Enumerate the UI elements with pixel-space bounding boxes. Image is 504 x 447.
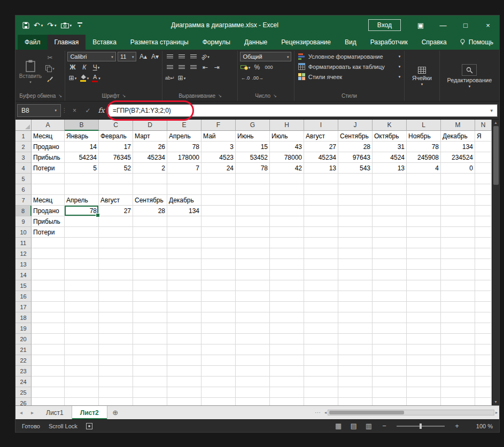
cell-G1[interactable]: Июнь: [236, 131, 270, 142]
align-middle-button[interactable]: [176, 52, 187, 61]
cell-L13[interactable]: [407, 259, 441, 270]
cell-D7[interactable]: Сентябрь: [133, 195, 167, 206]
alignment-dialog-launcher[interactable]: ↘: [218, 93, 222, 98]
cell-I23[interactable]: [304, 366, 338, 377]
cut-button[interactable]: ✂: [45, 53, 55, 62]
cell-H11[interactable]: [270, 238, 304, 248]
tab-view[interactable]: Вид: [338, 35, 363, 50]
cell-J18[interactable]: [338, 312, 373, 323]
column-header-A[interactable]: A: [32, 120, 65, 131]
cell-H22[interactable]: [270, 355, 304, 366]
cell-J26[interactable]: [338, 398, 373, 405]
cell-L21[interactable]: [407, 344, 441, 355]
cell-C15[interactable]: [99, 280, 133, 291]
cell-J6[interactable]: [338, 184, 373, 195]
row-header-13[interactable]: 13: [15, 259, 32, 270]
cell-F14[interactable]: [201, 270, 236, 280]
horizontal-scroll-thumb[interactable]: [329, 411, 404, 414]
cells-button[interactable]: Ячейки ▾: [407, 51, 437, 101]
cell-B26[interactable]: [65, 398, 99, 405]
cell-A9[interactable]: Прибыль: [32, 216, 65, 227]
maximize-button[interactable]: □: [454, 15, 477, 35]
cell-B10[interactable]: [65, 227, 99, 238]
cell-J11[interactable]: [338, 238, 373, 248]
cell-M24[interactable]: [441, 377, 475, 387]
cell-A11[interactable]: [32, 238, 65, 248]
cell-L23[interactable]: [407, 366, 441, 377]
cell-A4[interactable]: Потери: [32, 163, 65, 174]
cell-J25[interactable]: [338, 387, 373, 398]
cell-I24[interactable]: [304, 377, 338, 387]
cell-M23[interactable]: [441, 366, 475, 377]
cell-G10[interactable]: [236, 227, 270, 238]
cell-M13[interactable]: [441, 259, 475, 270]
cell-H10[interactable]: [270, 227, 304, 238]
cell-L22[interactable]: [407, 355, 441, 366]
cell-G9[interactable]: [236, 216, 270, 227]
cell-B14[interactable]: [65, 270, 99, 280]
column-header-M[interactable]: M: [441, 120, 475, 131]
row-header-21[interactable]: 21: [15, 344, 32, 355]
cell-K16[interactable]: [373, 291, 407, 302]
cell-E7[interactable]: Декабрь: [167, 195, 201, 206]
cell-C25[interactable]: [99, 387, 133, 398]
cell-E13[interactable]: [167, 259, 201, 270]
cell-F18[interactable]: [201, 312, 236, 323]
cell-G26[interactable]: [236, 398, 270, 405]
cell-I4[interactable]: 13: [304, 163, 338, 174]
cell-B23[interactable]: [65, 366, 99, 377]
italic-button[interactable]: К: [79, 62, 89, 72]
cell-A16[interactable]: [32, 291, 65, 302]
cell-G19[interactable]: [236, 323, 270, 334]
cell-N20[interactable]: [475, 334, 492, 344]
cell-D24[interactable]: [133, 377, 167, 387]
view-page-break-button[interactable]: ▥: [366, 422, 372, 430]
cell-N3[interactable]: [475, 152, 492, 163]
cell-M2[interactable]: 134: [441, 142, 475, 152]
cell-E18[interactable]: [167, 312, 201, 323]
cell-I12[interactable]: [304, 248, 338, 259]
cell-G4[interactable]: 78: [236, 163, 270, 174]
cell-N18[interactable]: [475, 312, 492, 323]
cell-F23[interactable]: [201, 366, 236, 377]
cell-E15[interactable]: [167, 280, 201, 291]
cell-K20[interactable]: [373, 334, 407, 344]
cell-M11[interactable]: [441, 238, 475, 248]
cell-M12[interactable]: [441, 248, 475, 259]
cell-N16[interactable]: [475, 291, 492, 302]
font-name-select[interactable]: Calibri▾: [67, 52, 115, 61]
cell-K9[interactable]: [373, 216, 407, 227]
cell-H17[interactable]: [270, 302, 304, 312]
cell-N17[interactable]: [475, 302, 492, 312]
share-button[interactable]: Поделиться: [499, 35, 504, 50]
zoom-in-button[interactable]: +: [453, 422, 461, 430]
cancel-button[interactable]: ×: [68, 104, 81, 117]
cell-B4[interactable]: 5: [65, 163, 99, 174]
cell-H23[interactable]: [270, 366, 304, 377]
insert-function-button[interactable]: fx: [95, 104, 108, 117]
cell-E10[interactable]: [167, 227, 201, 238]
cell-E12[interactable]: [167, 248, 201, 259]
cell-E8[interactable]: 134: [167, 206, 201, 216]
cell-E26[interactable]: [167, 398, 201, 405]
cell-J21[interactable]: [338, 344, 373, 355]
cell-E22[interactable]: [167, 355, 201, 366]
cell-C24[interactable]: [99, 377, 133, 387]
cell-J12[interactable]: [338, 248, 373, 259]
name-box[interactable]: B8▾: [17, 104, 61, 117]
cell-G14[interactable]: [236, 270, 270, 280]
column-header-D[interactable]: D: [133, 120, 167, 131]
zoom-out-button[interactable]: −: [381, 422, 388, 430]
cell-D25[interactable]: [133, 387, 167, 398]
cell-G5[interactable]: [236, 174, 270, 184]
row-header-12[interactable]: 12: [15, 248, 32, 259]
cell-F15[interactable]: [201, 280, 236, 291]
cell-G21[interactable]: [236, 344, 270, 355]
cell-E9[interactable]: [167, 216, 201, 227]
orientation-button[interactable]: ab▾: [200, 52, 210, 61]
cell-K13[interactable]: [373, 259, 407, 270]
cell-G23[interactable]: [236, 366, 270, 377]
cell-L11[interactable]: [407, 238, 441, 248]
cell-D14[interactable]: [133, 270, 167, 280]
cell-L6[interactable]: [407, 184, 441, 195]
